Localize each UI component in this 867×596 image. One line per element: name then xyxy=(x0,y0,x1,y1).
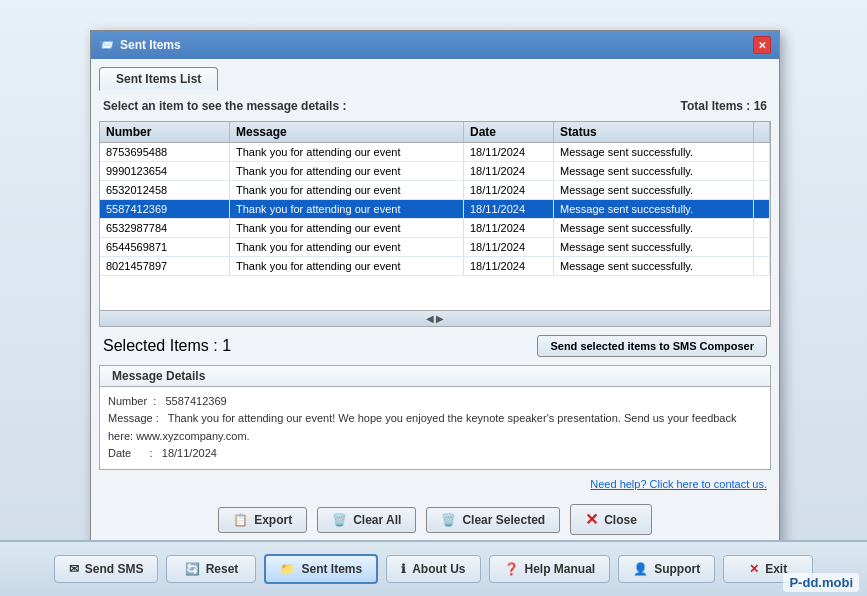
table-header: Number Message Date Status xyxy=(100,122,770,143)
help-link[interactable]: Need help? Click here to contact us. xyxy=(99,476,771,492)
reset-button[interactable]: 🔄 Reset xyxy=(166,555,256,583)
cell-message: Thank you for attending our event xyxy=(230,162,464,180)
cell-status: Message sent successfully. xyxy=(554,219,754,237)
cell-date: 18/11/2024 xyxy=(464,257,554,275)
col-message: Message xyxy=(230,122,464,142)
msg-date-row: Date : 18/11/2024 xyxy=(108,445,762,463)
cell-spacer xyxy=(754,257,770,275)
modal-titlebar: 📨 Sent Items ✕ xyxy=(91,31,779,59)
sent-items-toolbar-button[interactable]: 📁 Sent Items xyxy=(264,554,378,584)
bottom-toolbar: ✉ Send SMS 🔄 Reset 📁 Sent Items ℹ About … xyxy=(0,540,867,596)
help-manual-label: Help Manual xyxy=(525,562,596,576)
exit-icon: ✕ xyxy=(749,562,759,576)
about-us-button[interactable]: ℹ About Us xyxy=(386,555,480,583)
export-button[interactable]: 📋 Export xyxy=(218,507,307,533)
cell-spacer xyxy=(754,219,770,237)
cell-status: Message sent successfully. xyxy=(554,162,754,180)
tab-header: Sent Items List xyxy=(99,67,771,91)
sent-items-icon: 📁 xyxy=(280,562,295,576)
sent-items-label: Sent Items xyxy=(301,562,362,576)
col-status: Status xyxy=(554,122,754,142)
send-selected-button[interactable]: Send selected items to SMS Composer xyxy=(537,335,767,357)
selected-info-row: Selected Items : 1 Send selected items t… xyxy=(99,333,771,359)
clear-selected-button[interactable]: 🗑️ Clear Selected xyxy=(426,507,560,533)
cell-status: Message sent successfully. xyxy=(554,200,754,218)
cell-date: 18/11/2024 xyxy=(464,219,554,237)
cell-number: 5587412369 xyxy=(100,200,230,218)
msg-number-row: Number : 5587412369 xyxy=(108,393,762,411)
support-button[interactable]: 👤 Support xyxy=(618,555,715,583)
close-dialog-button[interactable]: ✕ Close xyxy=(570,504,652,535)
table-row[interactable]: 6532987784 Thank you for attending our e… xyxy=(100,219,770,238)
cell-date: 18/11/2024 xyxy=(464,181,554,199)
total-items-label: Total Items : 16 xyxy=(681,99,767,113)
clear-all-label: Clear All xyxy=(353,513,401,527)
msg-message-row: Message : Thank you for attending our ev… xyxy=(108,410,762,445)
clear-selected-label: Clear Selected xyxy=(462,513,545,527)
msg-message-value: Thank you for attending our event! We ho… xyxy=(108,412,737,442)
close-dialog-label: Close xyxy=(604,513,637,527)
cell-spacer xyxy=(754,162,770,180)
table-row[interactable]: 6544569871 Thank you for attending our e… xyxy=(100,238,770,257)
sent-items-modal: 📨 Sent Items ✕ Sent Items List Select an… xyxy=(90,30,780,550)
col-scroll-spacer xyxy=(754,122,770,142)
select-info-label: Select an item to see the message detail… xyxy=(103,99,346,113)
table-body[interactable]: 8753695488 Thank you for attending our e… xyxy=(100,143,770,310)
cell-message: Thank you for attending our event xyxy=(230,219,464,237)
cell-date: 18/11/2024 xyxy=(464,143,554,161)
message-details-tab[interactable]: Message Details xyxy=(100,366,770,387)
modal-titlebar-left: 📨 Sent Items xyxy=(99,38,181,52)
cell-spacer xyxy=(754,200,770,218)
table-row-selected[interactable]: 5587412369 Thank you for attending our e… xyxy=(100,200,770,219)
modal-title: Sent Items xyxy=(120,38,181,52)
help-manual-button[interactable]: ❓ Help Manual xyxy=(489,555,611,583)
cell-message: Thank you for attending our event xyxy=(230,143,464,161)
cell-number: 9990123654 xyxy=(100,162,230,180)
message-details-body: Number : 5587412369 Message : Thank you … xyxy=(100,387,770,469)
table-row[interactable]: 9990123654 Thank you for attending our e… xyxy=(100,162,770,181)
table-row[interactable]: 6532012458 Thank you for attending our e… xyxy=(100,181,770,200)
cell-message: Thank you for attending our event xyxy=(230,200,464,218)
reset-icon: 🔄 xyxy=(185,562,200,576)
cell-spacer xyxy=(754,238,770,256)
table-row[interactable]: 8021457897 Thank you for attending our e… xyxy=(100,257,770,276)
sent-items-table: Number Message Date Status 8753695488 Th… xyxy=(99,121,771,327)
cell-message: Thank you for attending our event xyxy=(230,257,464,275)
msg-date-label: Date : xyxy=(108,447,159,459)
support-label: Support xyxy=(654,562,700,576)
message-details-container: Message Details Number : 5587412369 Mess… xyxy=(99,365,771,470)
horizontal-scroll-indicator[interactable]: ◀ ▶ xyxy=(100,310,770,326)
clear-all-button[interactable]: 🗑️ Clear All xyxy=(317,507,416,533)
cell-spacer xyxy=(754,143,770,161)
col-number: Number xyxy=(100,122,230,142)
cell-message: Thank you for attending our event xyxy=(230,181,464,199)
msg-message-label: Message : xyxy=(108,412,165,424)
send-sms-button[interactable]: ✉ Send SMS xyxy=(54,555,159,583)
info-row: Select an item to see the message detail… xyxy=(99,97,771,115)
cell-status: Message sent successfully. xyxy=(554,238,754,256)
msg-number-label: Number : xyxy=(108,395,162,407)
send-sms-icon: ✉ xyxy=(69,562,79,576)
cell-date: 18/11/2024 xyxy=(464,238,554,256)
about-us-icon: ℹ xyxy=(401,562,406,576)
cell-status: Message sent successfully. xyxy=(554,143,754,161)
msg-date-value: 18/11/2024 xyxy=(162,447,217,459)
selected-items-label: Selected Items : 1 xyxy=(103,337,231,355)
about-us-label: About Us xyxy=(412,562,465,576)
sent-items-list-tab[interactable]: Sent Items List xyxy=(99,67,218,91)
watermark: P-dd.mobi xyxy=(783,573,859,592)
cell-number: 6532012458 xyxy=(100,181,230,199)
modal-content: Sent Items List Select an item to see th… xyxy=(91,59,779,549)
export-icon: 📋 xyxy=(233,513,248,527)
cell-number: 8021457897 xyxy=(100,257,230,275)
help-manual-icon: ❓ xyxy=(504,562,519,576)
cell-spacer xyxy=(754,181,770,199)
close-dialog-icon: ✕ xyxy=(585,510,598,529)
send-sms-label: Send SMS xyxy=(85,562,144,576)
modal-close-button[interactable]: ✕ xyxy=(753,36,771,54)
modal-icon: 📨 xyxy=(99,38,114,52)
modal-bottom-buttons: 📋 Export 🗑️ Clear All 🗑️ Clear Selected … xyxy=(99,498,771,541)
col-date: Date xyxy=(464,122,554,142)
support-icon: 👤 xyxy=(633,562,648,576)
table-row[interactable]: 8753695488 Thank you for attending our e… xyxy=(100,143,770,162)
